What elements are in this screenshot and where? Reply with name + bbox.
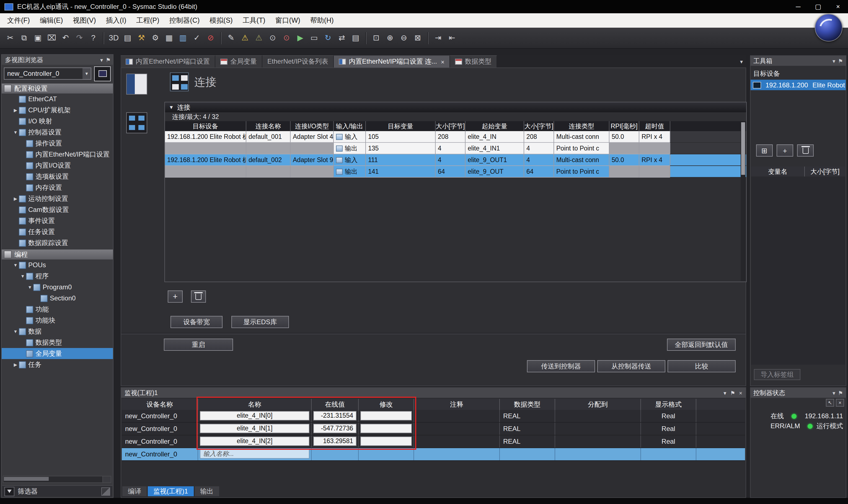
collapse-icon[interactable]: ▼ — [169, 105, 174, 110]
tab-list-dropdown-icon[interactable]: ▾ — [737, 58, 746, 65]
section-config[interactable]: 配置和设置 — [2, 84, 113, 93]
tree-item[interactable]: ▼ 数据 — [2, 326, 113, 337]
zoom-select-icon[interactable]: ⊡ — [369, 31, 383, 45]
minimize-button[interactable]: ─ — [788, 0, 808, 13]
maximize-button[interactable]: ▢ — [808, 0, 828, 13]
copy-icon[interactable]: ⧉ — [17, 31, 31, 45]
tree-item[interactable]: I/O 映射 — [2, 115, 113, 127]
tree-item[interactable]: EtherCAT — [2, 93, 113, 105]
build-icon[interactable]: ⚙ — [148, 31, 162, 45]
cut-icon[interactable]: ✂ — [3, 31, 17, 45]
pin-icon[interactable]: ⚑ — [106, 57, 111, 63]
tree-item[interactable]: Section0 — [2, 293, 113, 304]
redo-icon[interactable]: ↷ — [72, 31, 86, 45]
close-icon[interactable]: × — [739, 390, 742, 396]
check-all-programs-icon[interactable]: ⚠ — [238, 31, 252, 45]
menu-item[interactable]: 文件(F) — [2, 16, 35, 25]
monitor-icon[interactable]: ▤ — [349, 31, 363, 45]
add-connection-button[interactable]: + — [168, 290, 183, 303]
tree-item[interactable]: 操作设置 — [2, 138, 113, 149]
zoom-out-icon[interactable]: ⊖ — [397, 31, 411, 45]
editor-tab[interactable]: 数据类型 × — [450, 55, 497, 68]
dropdown-icon[interactable]: ▾ — [723, 390, 726, 396]
expander-icon[interactable]: ▼ — [26, 285, 33, 290]
close-icon[interactable]: × — [836, 399, 844, 407]
pin-icon[interactable]: ⚑ — [838, 58, 843, 64]
variable-name-field[interactable]: elite_4_IN[2] — [200, 436, 310, 446]
modify-value-field[interactable] — [360, 436, 412, 446]
tree-item[interactable]: 内存设置 — [2, 182, 113, 193]
menu-item[interactable]: 编辑(E) — [35, 16, 68, 25]
delete-variable-button[interactable] — [797, 144, 814, 157]
connection-row[interactable]: 192.168.1.200 Elite Robot 机 default_002 … — [165, 154, 746, 166]
tab-close-icon[interactable]: × — [441, 58, 444, 65]
variable-name-field[interactable]: elite_4_IN[1] — [200, 424, 310, 433]
connection-row[interactable]: 输出 135 4 elite_4_IN1 4 Point to Point c — [165, 143, 746, 154]
tree-item[interactable]: ▶ 任务 — [2, 359, 113, 370]
horizontal-scrollbar[interactable] — [3, 476, 103, 483]
stop-icon[interactable]: ⊘ — [204, 31, 217, 45]
transfer-from-controller-icon[interactable]: ⇤ — [445, 31, 459, 45]
window-layout-icon[interactable]: ▤ — [121, 31, 135, 45]
refresh-icon[interactable]: ↻ — [321, 31, 335, 45]
menu-item[interactable]: 窗口(W) — [270, 16, 305, 25]
watch-row[interactable]: new_Controller_0 elite_4_IN[2] 163.29581… — [122, 435, 745, 448]
expand-icon[interactable]: ↖ — [826, 399, 834, 407]
editor-tab[interactable]: 内置EtherNet/IP端口设置 × — [121, 55, 215, 68]
dropdown-icon[interactable]: ▾ — [832, 390, 835, 396]
menu-item[interactable]: 工程(P) — [131, 16, 164, 25]
connection-view-tile-icon[interactable] — [126, 112, 147, 133]
zoom-in-icon[interactable]: ⊕ — [383, 31, 397, 45]
dropdown-icon[interactable]: ▾ — [832, 58, 835, 64]
expander-icon[interactable]: ▼ — [12, 329, 19, 334]
bottom-tab[interactable]: 输出 — [195, 486, 219, 496]
modify-value-field[interactable] — [360, 411, 412, 420]
tree-item[interactable]: ▼ 程序 — [2, 271, 113, 282]
variable-name-field[interactable]: elite_4_IN[0] — [200, 411, 310, 420]
tree-item[interactable]: ▼ 控制器设置 — [2, 127, 113, 138]
delete-connection-button[interactable] — [191, 290, 206, 303]
pin-icon[interactable]: ⚑ — [730, 390, 735, 396]
transfer-from-controller-button[interactable]: 从控制器传送 — [597, 360, 665, 372]
window-sync-icon[interactable]: ▭ — [307, 31, 321, 45]
expander-icon[interactable]: ▶ — [12, 196, 19, 201]
run-icon[interactable]: ▶ — [293, 31, 307, 45]
bottom-tab[interactable]: 监视(工程)1 — [148, 486, 193, 496]
monitor-exchange-icon[interactable]: ⇄ — [335, 31, 349, 45]
new-variable-name-field[interactable]: 输入名称... — [200, 449, 310, 458]
transfer-to-controller-button[interactable]: 传送到控制器 — [527, 360, 595, 372]
editor-tab[interactable]: 内置EtherNet/IP端口设置 连... × — [334, 55, 450, 68]
tree-item[interactable]: 内置EtherNet/IP端口设置 — [2, 149, 113, 160]
tree-item[interactable]: 选项板设置 — [2, 171, 113, 182]
tree-item[interactable]: 功能块 — [2, 315, 113, 326]
expander-icon[interactable]: ▶ — [12, 108, 19, 112]
watch-new-row[interactable]: new_Controller_0 输入名称... — [122, 448, 745, 461]
check-selected-programs-icon[interactable]: ⚠ — [252, 31, 266, 45]
connection-section-bar[interactable]: ▼ 连接 — [165, 102, 746, 112]
scrollbar-thumb[interactable] — [4, 477, 49, 481]
find-breakpoint-icon[interactable]: ⊙ — [280, 31, 293, 45]
modify-value-field[interactable] — [360, 424, 412, 433]
tree-item[interactable]: 内置I/O设置 — [2, 160, 113, 171]
rebuild-icon[interactable]: ✎ — [224, 31, 238, 45]
restart-button[interactable]: 重启 — [164, 339, 233, 351]
tree-item[interactable]: ▼ Program0 — [2, 282, 113, 293]
view-switch-button[interactable] — [94, 66, 111, 81]
target-device-item[interactable]: 192.168.1.200 Elite Robot — [750, 80, 846, 90]
spellcheck-icon[interactable]: ✓ — [190, 31, 204, 45]
pin-icon[interactable]: ⚑ — [838, 390, 843, 396]
add-tag-set-button[interactable]: ⊞ — [756, 144, 773, 157]
connection-row[interactable]: 输出 141 64 elite_9_OUT 64 Point to Point … — [165, 166, 746, 178]
menu-item[interactable]: 模拟(S) — [205, 16, 237, 25]
tree-item[interactable]: ▶ 运动控制设置 — [2, 193, 113, 204]
3d-view-icon[interactable]: 3D — [107, 31, 121, 45]
variable-list[interactable] — [751, 177, 845, 364]
tree-item[interactable]: 数据跟踪设置 — [2, 237, 113, 248]
device-view-tile-icon[interactable] — [126, 74, 147, 95]
delete-icon[interactable]: ⌧ — [45, 31, 59, 45]
transfer-to-controller-icon[interactable]: ⇥ — [431, 31, 445, 45]
compare-button[interactable]: 比较 — [668, 360, 736, 372]
tree-item[interactable]: 事件设置 — [2, 215, 113, 226]
tree-item[interactable]: 数据类型 — [2, 337, 113, 348]
tree-item[interactable]: 全局变量 — [2, 348, 113, 359]
